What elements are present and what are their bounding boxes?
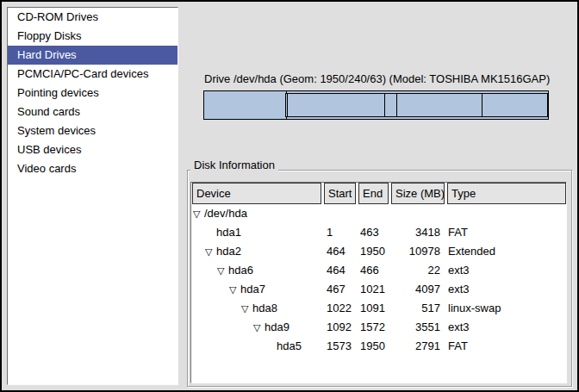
device-label: hda1 bbox=[216, 223, 241, 242]
expander-icon[interactable]: ▽ bbox=[205, 242, 216, 261]
size-cell: 3551 bbox=[389, 318, 440, 337]
type-cell: ext3 bbox=[448, 318, 470, 337]
sidebar-item-pointing-devices[interactable]: Pointing devices bbox=[8, 84, 177, 103]
sidebar-item-floppy-disks[interactable]: Floppy Disks bbox=[8, 27, 177, 46]
logical-partition-divider-hda9 bbox=[482, 94, 482, 116]
sidebar-item-hard-drives[interactable]: Hard Drives bbox=[8, 46, 177, 65]
expander-icon[interactable]: ▽ bbox=[253, 318, 265, 337]
table-row-hda1[interactable]: hda114633418FAT bbox=[191, 223, 566, 242]
type-cell: ext3 bbox=[448, 261, 470, 280]
drive-title: Drive /dev/hda (Geom: 1950/240/63) (Mode… bbox=[204, 72, 550, 85]
device-label: hda9 bbox=[265, 318, 290, 337]
device-cell: ▽/dev/hda bbox=[193, 204, 247, 223]
sidebar-item-sound-cards[interactable]: Sound cards bbox=[8, 103, 177, 121]
type-cell: FAT bbox=[448, 337, 468, 356]
sidebar-item-cd-rom-drives[interactable]: CD-ROM Drives bbox=[8, 8, 177, 27]
size-cell: 3418 bbox=[389, 223, 440, 242]
device-cell: ▽hda6 bbox=[193, 261, 253, 280]
device-category-list: CD-ROM DrivesFloppy DisksHard DrivesPCMC… bbox=[7, 7, 178, 385]
tree-indent bbox=[193, 327, 253, 328]
end-cell: 466 bbox=[360, 261, 379, 280]
start-cell: 467 bbox=[327, 280, 346, 299]
table-row-hda8[interactable]: ▽hda810221091517linux-swap bbox=[191, 299, 566, 318]
device-label: hda7 bbox=[240, 280, 265, 299]
logical-partition-divider-hda8 bbox=[396, 94, 397, 116]
logical-partition-divider-hda6 bbox=[287, 94, 288, 116]
device-cell: ▽hda8 bbox=[193, 299, 277, 318]
device-label: hda8 bbox=[252, 299, 277, 318]
type-cell: FAT bbox=[448, 223, 468, 242]
column-header-start[interactable]: Start bbox=[324, 183, 356, 204]
start-cell: 464 bbox=[327, 242, 346, 261]
end-cell: 1950 bbox=[360, 242, 385, 261]
expander-icon[interactable]: ▽ bbox=[193, 204, 204, 223]
sidebar-item-video-cards[interactable]: Video cards bbox=[8, 159, 177, 178]
device-label: hda6 bbox=[228, 261, 253, 280]
type-cell: ext3 bbox=[448, 280, 470, 299]
start-cell: 1022 bbox=[327, 299, 352, 318]
extended-partition-hda2 bbox=[285, 93, 548, 117]
sidebar-item-usb-devices[interactable]: USB devices bbox=[8, 140, 177, 159]
hardware-browser-window: CD-ROM DrivesFloppy DisksHard DrivesPCMC… bbox=[0, 0, 579, 392]
device-cell: hda1 bbox=[193, 223, 241, 242]
expander-icon[interactable]: ▽ bbox=[241, 299, 252, 318]
tree-indent bbox=[193, 289, 229, 290]
expander-icon[interactable]: ▽ bbox=[217, 261, 228, 280]
end-cell: 463 bbox=[360, 223, 379, 242]
table-row-hda6[interactable]: ▽hda646446622ext3 bbox=[191, 261, 566, 280]
disk-info-table: DeviceStartEndSize (MB)Type ▽/dev/hdahda… bbox=[190, 182, 567, 383]
end-cell: 1091 bbox=[360, 299, 385, 318]
size-cell: 517 bbox=[389, 299, 440, 318]
tree-indent bbox=[193, 271, 217, 271]
size-cell: 4097 bbox=[389, 280, 440, 299]
type-cell: linux-swap bbox=[448, 299, 501, 318]
type-cell: Extended bbox=[448, 242, 495, 261]
start-cell: 464 bbox=[327, 261, 346, 280]
table-row-dev-hda[interactable]: ▽/dev/hda bbox=[191, 204, 566, 223]
expander-icon[interactable]: ▽ bbox=[229, 280, 240, 299]
device-label: hda5 bbox=[277, 337, 302, 356]
column-header-size-mb[interactable]: Size (MB) bbox=[391, 183, 445, 204]
table-row-hda2[interactable]: ▽hda2464195010978Extended bbox=[191, 242, 566, 261]
device-cell: ▽hda2 bbox=[193, 242, 241, 261]
device-cell: ▽hda9 bbox=[193, 318, 290, 337]
tree-indent bbox=[193, 308, 241, 309]
device-label: /dev/hda bbox=[204, 204, 247, 223]
sidebar-item-pcmcia-pc-card-devices[interactable]: PCMCIA/PC-Card devices bbox=[8, 65, 177, 84]
size-cell: 10978 bbox=[389, 242, 440, 261]
end-cell: 1950 bbox=[360, 337, 385, 356]
tree-indent bbox=[193, 252, 205, 252]
tree-indent bbox=[193, 346, 265, 347]
tree-indent bbox=[193, 233, 205, 233]
start-cell: 1 bbox=[327, 223, 333, 242]
sidebar-item-system-devices[interactable]: System devices bbox=[8, 121, 177, 140]
end-cell: 1021 bbox=[360, 280, 385, 299]
table-row-hda9[interactable]: ▽hda9109215723551ext3 bbox=[191, 318, 566, 337]
end-cell: 1572 bbox=[360, 318, 385, 337]
table-header-row: DeviceStartEndSize (MB)Type bbox=[191, 183, 566, 204]
partition-bar bbox=[203, 90, 549, 120]
device-label: hda2 bbox=[216, 242, 241, 261]
logical-partition-divider-hda7 bbox=[384, 94, 385, 116]
start-cell: 1573 bbox=[327, 337, 352, 356]
table-body: ▽/dev/hdahda114633418FAT▽hda246419501097… bbox=[191, 204, 566, 356]
table-row-hda7[interactable]: ▽hda746710214097ext3 bbox=[191, 280, 566, 299]
size-cell: 2791 bbox=[389, 337, 440, 356]
start-cell: 1092 bbox=[327, 318, 352, 337]
column-header-end[interactable]: End bbox=[358, 183, 389, 204]
table-row-hda5[interactable]: hda5157319502791FAT bbox=[191, 337, 566, 356]
column-header-device[interactable]: Device bbox=[192, 183, 321, 204]
size-cell: 22 bbox=[389, 261, 440, 280]
column-header-type[interactable]: Type bbox=[447, 183, 566, 204]
disk-information-label: Disk Information bbox=[190, 159, 278, 171]
device-cell: ▽hda7 bbox=[193, 280, 265, 299]
device-cell: hda5 bbox=[193, 337, 302, 356]
